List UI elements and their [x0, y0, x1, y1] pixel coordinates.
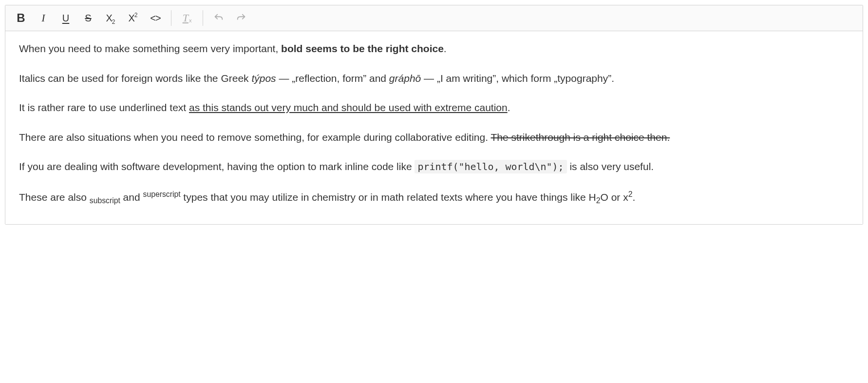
superscript-button[interactable]: X2 [122, 8, 144, 28]
undo-button[interactable] [208, 8, 229, 28]
toolbar-separator [171, 10, 171, 26]
code-button[interactable]: <> [145, 8, 166, 28]
paragraph: It is rather rare to use underlined text… [19, 100, 849, 116]
code-icon: <> [150, 13, 160, 24]
paragraph: When you need to make something seem ver… [19, 41, 849, 57]
subscript-text: subscript [90, 196, 120, 205]
toolbar-separator [203, 10, 203, 26]
underline-button[interactable]: U [55, 8, 76, 28]
redo-icon [236, 13, 246, 23]
redo-button[interactable] [230, 8, 252, 28]
editor-content[interactable]: When you need to make something seem ver… [5, 31, 863, 224]
strikethrough-button[interactable]: S [77, 8, 99, 28]
superscript-icon: X [128, 13, 134, 24]
paragraph: There are also situations when you need … [19, 130, 849, 146]
italic-button[interactable]: I [33, 8, 54, 28]
underlined-text: as this stands out very much and should … [189, 102, 508, 113]
toolbar: B I U S X2 X2 <> Tx [5, 5, 863, 31]
bold-icon: B [17, 11, 25, 25]
italic-text: gráphō [389, 73, 421, 84]
bold-text: bold seems to be the right choice [281, 43, 444, 54]
paragraph: Italics can be used for foreign words li… [19, 71, 849, 87]
undo-icon [213, 13, 224, 23]
strikethrough-icon: S [85, 13, 91, 24]
rich-text-editor: B I U S X2 X2 <> Tx [5, 5, 863, 225]
subscript-icon: X [106, 13, 112, 24]
superscript-text: superscript [143, 190, 181, 198]
subscript-button[interactable]: X2 [100, 8, 121, 28]
clear-formatting-button[interactable]: Tx [176, 8, 198, 28]
italic-icon: I [41, 12, 45, 24]
underline-icon: U [62, 13, 69, 24]
bold-button[interactable]: B [10, 8, 32, 28]
paragraph: These are also subscript and superscript… [19, 189, 849, 207]
paragraph: If you are dealing with software develop… [19, 159, 849, 175]
strikethrough-text: The strikethrough is a right choice then… [491, 132, 670, 143]
inline-code: printf("hello, world\n"); [415, 160, 566, 173]
subscript-text: 2 [596, 196, 601, 205]
clear-formatting-icon: Tx [183, 12, 192, 24]
italic-text: týpos [251, 73, 276, 84]
